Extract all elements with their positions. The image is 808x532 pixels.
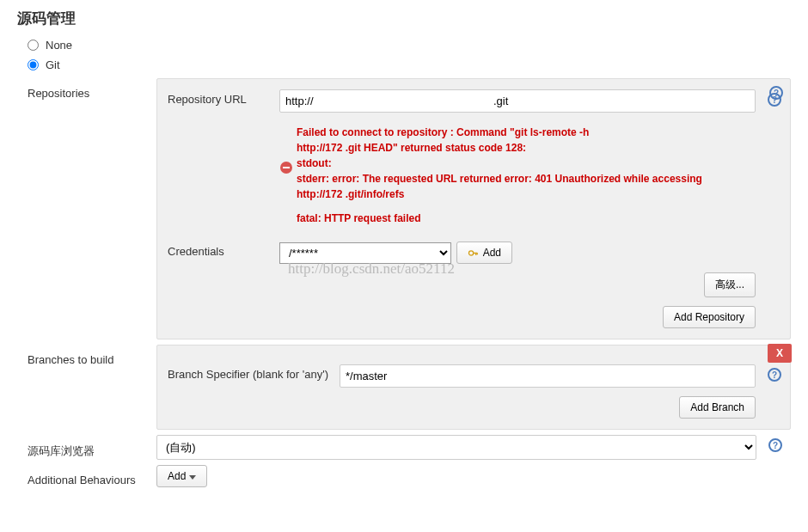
browser-label: 源码库浏览器 <box>28 435 156 459</box>
repositories-panel: ? Repository URL ? <box>156 78 791 339</box>
scm-none-radio[interactable] <box>28 40 39 51</box>
credentials-select[interactable]: /****** <box>279 242 451 264</box>
scm-none-label: None <box>46 39 72 52</box>
credentials-label: Credentials <box>168 242 279 258</box>
browser-row: 源码库浏览器 (自动) ? <box>28 435 791 460</box>
help-icon[interactable]: ? <box>768 438 782 452</box>
repositories-row: Repositories ? Repository URL ? <box>28 78 791 339</box>
add-branch-button[interactable]: Add Branch <box>679 396 756 419</box>
branches-label: Branches to build <box>28 345 156 366</box>
add-behaviour-button[interactable]: Add <box>156 465 207 487</box>
svg-text:?: ? <box>772 370 777 380</box>
browser-select[interactable]: (自动) <box>156 435 756 460</box>
scm-git-label: Git <box>46 58 60 71</box>
repo-url-label: Repository URL <box>168 89 279 106</box>
scm-git-row[interactable]: Git <box>28 58 791 71</box>
repo-url-input[interactable] <box>279 89 756 113</box>
section-title: 源码管理 <box>17 9 791 28</box>
add-repository-button[interactable]: Add Repository <box>663 306 756 328</box>
additional-behaviours-label: Additional Behaviours <box>28 465 156 486</box>
svg-point-6 <box>468 251 473 255</box>
branches-panel: X Branch Specifier (blank for 'any') ? A… <box>156 345 791 430</box>
additional-behaviours-row: Additional Behaviours Add <box>28 465 791 487</box>
scm-git-radio[interactable] <box>28 59 39 70</box>
advanced-button[interactable]: 高级... <box>704 272 756 297</box>
svg-text:?: ? <box>772 95 777 105</box>
svg-rect-5 <box>283 167 290 168</box>
key-icon <box>468 248 479 259</box>
branch-specifier-input[interactable] <box>340 364 756 388</box>
error-icon <box>279 161 293 174</box>
delete-branch-button[interactable]: X <box>768 344 792 363</box>
repositories-label: Repositories <box>28 78 156 100</box>
scm-none-row[interactable]: None <box>28 39 791 52</box>
error-message: Failed to connect to repository : Comman… <box>279 125 756 226</box>
branches-row: Branches to build X Branch Specifier (bl… <box>28 345 791 430</box>
chevron-down-icon <box>189 475 196 480</box>
add-credentials-button[interactable]: Add <box>456 242 512 264</box>
help-icon[interactable]: ? <box>768 368 781 382</box>
branch-specifier-label: Branch Specifier (blank for 'any') <box>168 364 340 381</box>
help-icon[interactable]: ? <box>768 93 781 107</box>
svg-text:?: ? <box>773 441 778 450</box>
